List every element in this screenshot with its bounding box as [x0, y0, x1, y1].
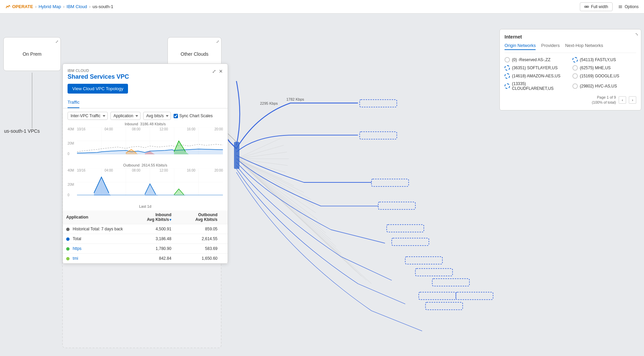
- sort-inbound-icon[interactable]: ▾: [170, 218, 171, 222]
- app-link-https[interactable]: https: [73, 246, 81, 251]
- on-prem-label: On Prem: [23, 51, 42, 57]
- origin-circle-3: [505, 83, 510, 89]
- breadcrumb-ibm-cloud[interactable]: IBM Cloud: [67, 4, 87, 9]
- region-label: us-south-1 VPCs: [4, 128, 40, 134]
- origin-item-3: (13335) CLOUDFLARENET,US: [505, 81, 568, 91]
- tab-providers[interactable]: Providers: [541, 43, 560, 50]
- svg-rect-32: [378, 202, 415, 209]
- svg-rect-37: [432, 279, 469, 286]
- logo: OPERATE: [5, 4, 33, 9]
- inbound-chart-svg: [77, 127, 223, 154]
- svg-rect-41: [234, 142, 239, 169]
- outbound-cell-1: 2,614.55: [175, 234, 221, 244]
- app-link-tmi[interactable]: tmi: [73, 256, 78, 261]
- ibm-cloud-label: IBM CLOUD: [68, 69, 129, 73]
- inbound-y-top: 40M: [68, 127, 74, 131]
- col-icon-header: [221, 210, 228, 224]
- svg-line-10: [236, 159, 285, 172]
- svg-line-28: [236, 159, 371, 284]
- outbound-chart-section: Outbound 2614.55 Kbits/s 40M 20M 0: [63, 163, 228, 208]
- inbound-chart-section: Inbound 3186.48 Kbits/s 40M 20M 0: [63, 122, 228, 161]
- sync-checkbox[interactable]: [174, 114, 178, 118]
- breadcrumb-region: us-south-1: [93, 4, 113, 9]
- breadcrumb-hybrid-map[interactable]: Hybrid Map: [38, 4, 61, 9]
- origin-item-col2-0: (54113) FASTLY,US: [572, 57, 636, 62]
- inbound-cell-1: 3,186.48: [129, 234, 175, 244]
- tab-traffic[interactable]: Traffic: [68, 97, 79, 108]
- traffic-type-select[interactable]: Inter-VPC Traffic: [68, 112, 108, 120]
- svg-line-23: [236, 159, 346, 260]
- vpc-expand-icon[interactable]: ⤢: [212, 69, 216, 74]
- table-row: tmi 842.84 1,650.60: [63, 254, 228, 263]
- svg-rect-36: [415, 269, 453, 276]
- svg-line-7: [236, 152, 287, 159]
- action-cell-2: [221, 244, 228, 254]
- svg-line-11: [236, 159, 282, 179]
- page-info: Page 1 of 9(100% of total): [592, 95, 616, 105]
- vpc-header-icons: ⤢ ✕: [212, 69, 223, 74]
- origin-circle-col2-2: [572, 73, 578, 79]
- action-cell-3: [221, 254, 228, 263]
- breadcrumb: OPERATE › Hybrid Map › IBM Cloud › us-so…: [5, 4, 113, 9]
- app-cell-3: tmi: [63, 254, 129, 263]
- chart-controls: Inter-VPC Traffic Application Avg bits/s…: [63, 108, 228, 122]
- svg-line-19: [236, 159, 326, 233]
- on-prem-expand-icon[interactable]: ⤢: [55, 40, 58, 44]
- dot-ltgreen-3: [66, 257, 70, 260]
- origin-item-col2-3: (29802) HVC-AS,US: [572, 81, 636, 91]
- origin-circle-col2-0: [572, 57, 578, 62]
- fullwidth-button[interactable]: Full width: [580, 2, 613, 11]
- top-nav: OPERATE › Hybrid Map › IBM Cloud › us-so…: [0, 0, 644, 14]
- svg-line-15: [236, 159, 314, 206]
- vpc-title: Shared Services VPC: [68, 73, 129, 80]
- origin-circle-col2-3: [572, 83, 578, 89]
- other-clouds-expand-icon[interactable]: ⤢: [216, 40, 219, 44]
- inbound-cell-0: 4,500.91: [129, 224, 175, 234]
- other-clouds-label: Other Clouds: [181, 51, 208, 57]
- vpc-close-icon[interactable]: ✕: [219, 69, 223, 74]
- outbound-cell-0: 859.05: [175, 224, 221, 234]
- outbound-cell-3: 1,650.60: [175, 254, 221, 263]
- inbound-y-bot: 0: [68, 152, 70, 156]
- table-row: https 1,780.90 583.69: [63, 244, 228, 254]
- table-row: Total 3,186.48 2,614.55: [63, 234, 228, 244]
- origin-item-col2-2: (15169) GOOGLE,US: [572, 73, 636, 79]
- vpc-panel: IBM CLOUD Shared Services VPC ⤢ ✕ View C…: [62, 63, 228, 264]
- options-button[interactable]: Options: [618, 4, 639, 9]
- app-cell-2: https: [63, 244, 129, 254]
- svg-line-9: [236, 159, 288, 166]
- tab-origin-networks[interactable]: Origin Networks: [505, 43, 536, 50]
- traffic-tab-bar: Traffic: [63, 97, 228, 108]
- origin-circle-2: [505, 73, 510, 79]
- main-canvas: 2295 Kbps 1782 Kbps On Prem ⤢ Other Clou…: [0, 14, 644, 356]
- sync-check: Sync Chart Scales: [174, 113, 213, 118]
- vpc-panel-header: IBM CLOUD Shared Services VPC ⤢ ✕: [63, 64, 228, 80]
- on-prem-box[interactable]: On Prem ⤢: [3, 37, 61, 71]
- svg-line-6: [236, 145, 284, 159]
- app-cell-1: Total: [63, 234, 129, 244]
- outbound-y-mid: 20M: [68, 183, 74, 186]
- svg-line-13: [236, 159, 304, 193]
- outbound-y-top: 40M: [68, 169, 74, 172]
- groupby-select[interactable]: Application: [110, 112, 140, 120]
- speed-label-1: 2295 Kbps: [260, 101, 278, 105]
- view-vpc-topology-button[interactable]: View Cloud VPC Topology: [68, 84, 128, 94]
- svg-rect-39: [426, 302, 463, 310]
- svg-line-26: [236, 159, 361, 276]
- region-name: us-south-1: [4, 128, 26, 134]
- svg-line-16: [236, 159, 316, 213]
- origin-circle-1: [505, 65, 510, 71]
- prev-page-button[interactable]: ‹: [619, 96, 626, 104]
- action-cell-0: [221, 224, 228, 234]
- internet-pagination: Page 1 of 9(100% of total) ‹ ›: [505, 95, 636, 105]
- table-row: Historical Total: 7 days back 4,500.91 8…: [63, 224, 228, 234]
- outbound-y-bot: 0: [68, 193, 70, 197]
- metric-select[interactable]: Avg bits/s: [143, 112, 171, 120]
- dot-green-2: [66, 247, 70, 251]
- next-page-button[interactable]: ›: [629, 96, 636, 104]
- app-cell-0: Historical Total: 7 days back: [63, 224, 129, 234]
- svg-rect-38: [419, 292, 456, 300]
- svg-line-21: [236, 159, 336, 247]
- tab-next-hop[interactable]: Next-Hop Networks: [565, 43, 603, 50]
- internet-expand-icon[interactable]: ⤡: [635, 32, 638, 36]
